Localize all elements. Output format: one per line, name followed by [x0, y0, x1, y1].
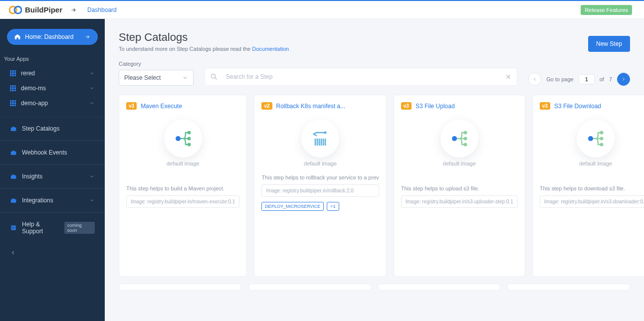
- card-icon: [577, 120, 615, 158]
- goto-label: Go to page: [546, 76, 573, 82]
- svg-point-9: [452, 136, 457, 141]
- svg-point-11: [463, 137, 467, 141]
- svg-point-15: [600, 137, 604, 141]
- page-next-button[interactable]: [617, 73, 630, 86]
- sidebar-item-label: Step Catalogs: [22, 125, 59, 132]
- category-label: Category: [119, 61, 194, 67]
- chevron-down-icon: [89, 70, 95, 76]
- briefcase-icon: [10, 125, 17, 132]
- sidebar-item-help[interactable]: Help & Support coming soon: [0, 212, 105, 243]
- chevron-down-icon: [89, 85, 95, 91]
- card-peek: [119, 284, 241, 291]
- briefcase-icon: [10, 197, 17, 204]
- sidebar-item-label: Help & Support: [22, 221, 61, 235]
- card-image-ref: Image: registry.buildpiper.in/s3-downloa…: [540, 195, 644, 208]
- step-card[interactable]: v3S3 File Downloaddefault imageThis step…: [532, 95, 644, 277]
- card-icon: [164, 120, 202, 158]
- default-image-label: default image: [126, 160, 239, 166]
- home-icon: [14, 33, 21, 40]
- release-features-button[interactable]: Release Features: [581, 5, 632, 15]
- chevron-down-icon: [89, 100, 95, 106]
- your-apps-label: Your Apps: [0, 52, 105, 66]
- svg-point-13: [588, 136, 593, 141]
- briefcase-icon: [10, 173, 17, 180]
- category-value: Please Select: [124, 74, 161, 81]
- sidebar-collapse[interactable]: [0, 243, 105, 263]
- version-badge: v3: [126, 102, 137, 110]
- card-peek: [248, 284, 371, 291]
- sidebar-app-item[interactable]: demo-app: [0, 96, 105, 111]
- grid-icon: [10, 85, 16, 91]
- breadcrumb-link[interactable]: Dashboard: [87, 6, 117, 13]
- card-title: Maven Execute: [141, 103, 182, 110]
- pagination: Go to page of 7: [528, 73, 630, 86]
- step-card[interactable]: v2Rollback K8s manifest a...default imag…: [254, 95, 386, 277]
- sidebar-item-label: Integrations: [22, 197, 53, 204]
- svg-point-8: [324, 132, 327, 134]
- search-box: [205, 68, 517, 86]
- grid-icon: [10, 70, 16, 76]
- svg-point-6: [187, 137, 191, 141]
- grid-icon: [10, 100, 16, 106]
- sidebar-item-label: Insights: [22, 173, 42, 180]
- note-icon: [10, 224, 17, 231]
- category-select[interactable]: Please Select: [119, 70, 194, 86]
- svg-point-14: [600, 131, 604, 135]
- card-description: This step helps to rollback your service…: [261, 174, 379, 180]
- card-description: This step helps to upload s3 file.: [401, 185, 518, 191]
- card-peek: [378, 284, 501, 291]
- page-number-input[interactable]: [579, 74, 595, 84]
- card-peek: [507, 284, 630, 291]
- app-name: rered: [21, 70, 35, 77]
- version-badge: v2: [261, 102, 272, 110]
- sidebar-item-integrations[interactable]: Integrations: [0, 188, 105, 212]
- card-image-ref: Image: registry.buildpiper.in/maven-exec…: [126, 195, 239, 208]
- sidebar-app-item[interactable]: rered: [0, 66, 105, 81]
- step-card[interactable]: v3S3 File Uploaddefault imageThis step h…: [394, 95, 525, 277]
- arrow-right-icon: [85, 34, 91, 40]
- sidebar: Home: Dashboard Your Apps rereddemo-msde…: [0, 19, 105, 321]
- default-image-label: default image: [401, 160, 518, 166]
- page-prev-button[interactable]: [528, 73, 541, 86]
- documentation-link[interactable]: Documentation: [252, 46, 289, 52]
- svg-point-3: [212, 74, 215, 78]
- svg-point-12: [463, 143, 467, 147]
- main-content: Step Catalogs To understand more on Step…: [105, 19, 644, 321]
- app-name: demo-app: [21, 100, 48, 107]
- new-step-button[interactable]: New Step: [588, 36, 630, 52]
- chevron-down-icon: [182, 75, 188, 81]
- svg-point-5: [187, 131, 191, 135]
- clear-search-icon[interactable]: [505, 73, 512, 80]
- chevron-down-icon: [89, 173, 95, 179]
- card-icon: [440, 120, 478, 158]
- card-title: S3 File Upload: [416, 103, 455, 110]
- sidebar-item-webhook[interactable]: Webhook Events: [0, 141, 105, 164]
- sidebar-item-label: Webhook Events: [22, 149, 67, 156]
- briefcase-icon: [10, 149, 17, 156]
- plus-tag: +1: [327, 202, 339, 211]
- step-card[interactable]: v3Maven Executedefault imageThis step he…: [119, 95, 247, 277]
- card-icon: [301, 120, 339, 158]
- page-subtitle: To understand more on Step Catalogs plea…: [119, 46, 289, 52]
- default-image-label: default image: [261, 160, 379, 166]
- card-description: This step helps to build a Maven project…: [126, 185, 239, 191]
- home-button-label: Home: Dashboard: [25, 33, 73, 40]
- chevron-left-icon: [10, 250, 16, 256]
- top-bar: BuildPiper Dashboard Release Features: [0, 1, 644, 19]
- brand-logo[interactable]: BuildPiper: [9, 5, 77, 15]
- breadcrumb: Dashboard: [87, 6, 117, 13]
- home-dashboard-button[interactable]: Home: Dashboard: [7, 29, 98, 45]
- logo-icon: [9, 5, 22, 15]
- sidebar-app-item[interactable]: demo-ms: [0, 81, 105, 96]
- sidebar-item-insights[interactable]: Insights: [0, 164, 105, 188]
- card-image-ref: Image: registry.buildpiper.in/s3-uploade…: [401, 195, 518, 208]
- svg-point-10: [463, 131, 467, 135]
- coming-soon-badge: coming soon: [64, 222, 95, 234]
- sidebar-item-step-catalogs[interactable]: Step Catalogs: [0, 117, 105, 141]
- card-image-ref: Image: registry.buildpiper.in/rollback:2…: [261, 184, 379, 197]
- search-input[interactable]: [226, 73, 505, 80]
- default-image-label: default image: [540, 160, 644, 166]
- svg-point-1: [14, 6, 21, 13]
- brand-name: BuildPiper: [25, 5, 62, 14]
- svg-point-7: [187, 143, 191, 147]
